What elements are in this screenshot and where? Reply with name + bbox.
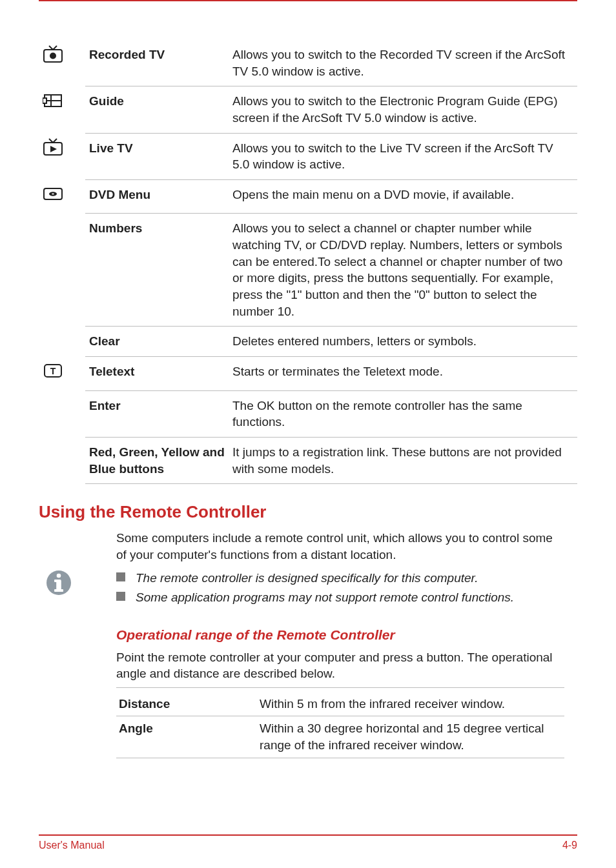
op-key: Distance [116,692,257,716]
feature-name: Teletext [85,356,229,390]
op-value: Within 5 m from the infrared receiver wi… [257,692,564,716]
svg-marker-9 [50,146,57,152]
teletext-icon: T [43,368,63,382]
recorded-tv-icon [43,52,63,66]
feature-desc: The OK button on the remote controller h… [229,390,577,437]
table-row: Distance Within 5 m from the infrared re… [116,692,564,716]
table-row: Numbers Allows you to select a channel o… [39,214,577,327]
svg-rect-21 [54,580,59,582]
svg-text:T: T [50,366,56,376]
svg-point-1 [50,53,56,59]
svg-rect-7 [43,98,46,103]
feature-name: Clear [85,327,229,357]
footer-left: User's Manual [39,840,105,851]
feature-desc: Opens the main menu on a DVD movie, if a… [229,179,577,214]
section-heading: Using the Remote Controller [39,502,577,522]
feature-table: Recorded TV Allows you to switch to the … [39,40,577,484]
feature-name: Enter [85,390,229,437]
info-icon [45,587,72,598]
op-value: Within a 30 degree horizontal and 15 deg… [257,716,564,758]
svg-rect-20 [54,589,63,592]
feature-name: Red, Green, Yellow and Blue buttons [85,437,229,483]
feature-name: Guide [85,86,229,133]
guide-icon [43,99,63,112]
table-row: T Teletext Starts or terminates the Tele… [39,356,577,390]
note-text: The remote controller is designed specif… [136,569,478,587]
svg-point-18 [57,574,61,578]
note-item: Some application programs may not suppor… [116,589,577,607]
bullet-icon [116,592,125,601]
feature-desc: Allows you to switch to the Live TV scre… [229,133,577,179]
live-tv-icon [43,145,63,159]
table-row: DVD Menu Opens the main menu on a DVD mo… [39,179,577,214]
feature-name: Recorded TV [85,40,229,86]
table-row: Enter The OK button on the remote contro… [39,390,577,437]
feature-desc: Allows you to switch to the Electronic P… [229,86,577,133]
feature-desc: It jumps to a registration link. These b… [229,437,577,483]
table-row: Clear Deletes entered numbers, letters o… [39,327,577,357]
feature-desc: Allows you to switch to the Recorded TV … [229,40,577,86]
note-block: The remote controller is designed specif… [39,568,577,607]
feature-name: Live TV [85,133,229,179]
operational-intro: Point the remote controller at your comp… [116,649,564,682]
feature-name: DVD Menu [85,179,229,214]
note-item: The remote controller is designed specif… [116,569,577,587]
table-row: Red, Green, Yellow and Blue buttons It j… [39,437,577,483]
feature-desc: Deletes entered numbers, letters or symb… [229,327,577,357]
table-row: Guide Allows you to switch to the Electr… [39,86,577,133]
table-row: Live TV Allows you to switch to the Live… [39,133,577,179]
footer-right: 4-9 [562,840,577,851]
feature-desc: Starts or terminates the Teletext mode. [229,356,577,390]
feature-desc: Allows you to select a channel or chapte… [229,214,577,327]
dvd-menu-icon [43,192,63,205]
page-footer: User's Manual 4-9 [39,834,577,851]
table-row: Angle Within a 30 degree horizontal and … [116,716,564,758]
op-key: Angle [116,716,257,758]
table-row: Recorded TV Allows you to switch to the … [39,40,577,86]
feature-name: Numbers [85,214,229,327]
note-text: Some application programs may not suppor… [136,589,514,607]
operational-heading: Operational range of the Remote Controll… [116,627,564,643]
section-intro: Some computers include a remote control … [116,530,564,563]
operational-table: Distance Within 5 m from the infrared re… [116,692,564,758]
svg-point-14 [52,194,54,195]
bullet-icon [116,572,125,581]
